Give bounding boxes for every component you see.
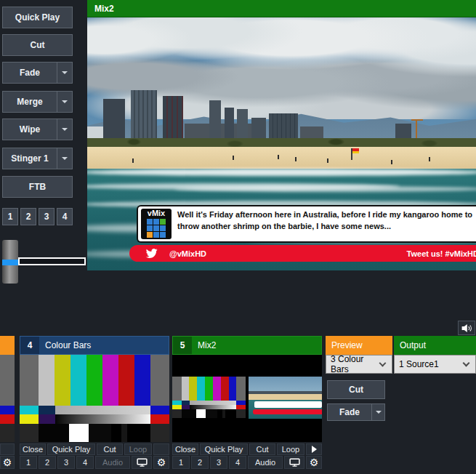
input-5-play-button[interactable] [306,443,322,455]
chevron-down-icon [376,411,382,414]
input-4-fullscreen-button[interactable] [132,456,152,469]
lifeguard-flag [352,148,359,153]
input-5-overlay-3-button[interactable]: 3 [210,456,227,469]
fade-button[interactable]: Fade [2,62,73,84]
input-5-overlay-2-button[interactable]: 2 [191,456,209,469]
mixer-cut-label: Cut [328,385,384,395]
overlay-4-label: 4 [62,212,68,222]
input-5-quick-play-button[interactable]: Quick Play [200,443,248,455]
monitor-icon [137,458,148,467]
input-4-thumbnail[interactable] [20,355,169,442]
ftb-button[interactable]: FTB [2,176,73,198]
vmix-logo-text: vMix [148,209,165,218]
input-4-cut-button[interactable]: Cut [97,443,123,455]
input-5-fullscreen-button[interactable] [284,456,304,469]
chevron-down-icon [62,157,68,160]
master-audio-button[interactable] [458,321,475,335]
cut-label: Cut [3,40,72,50]
wipe-button[interactable]: Wipe [2,118,73,140]
input-4-quick-play-button[interactable]: Quick Play [47,443,95,455]
input-5-number: 5 [173,337,192,354]
input-5-thumbnail[interactable] [172,355,322,442]
preview-source-value: 3 Colour Bars [326,354,380,374]
wipe-dropdown-button[interactable] [57,119,72,140]
fade-dropdown-button[interactable] [57,63,72,83]
input-5-loop-button[interactable]: Loop [277,443,304,455]
preview-source-select[interactable]: 3 Colour Bars [326,355,392,374]
overlay-2-label: 2 [26,212,31,222]
social-message-text: Well it's Friday afternoon here in Austr… [177,209,473,239]
output-source-select[interactable]: 1 Source1 [394,355,476,374]
input-5-settings-button[interactable]: ⚙ [306,456,322,469]
input-5-header[interactable]: 5 Mix2 [172,336,322,355]
input-4-name: Colour Bars [39,340,91,350]
chevron-down-icon [62,128,68,131]
input-4-number: 4 [20,337,39,354]
tbar-handle[interactable] [2,240,18,284]
input-4-overlay-3-button[interactable]: 3 [57,456,75,469]
vmix-logo-grid [147,219,166,238]
fade-label: Fade [3,68,57,78]
stinger-button[interactable]: Stinger 1 [2,148,73,169]
input-4-close-button[interactable]: Close [20,443,46,455]
quick-play-button[interactable]: Quick Play [2,7,73,28]
input-4-loop-button[interactable]: Loop [124,443,152,455]
social-cta: Tweet us! #vMixHD [407,249,476,258]
input-5-name: Mix2 [192,340,216,350]
social-ticker-bar: @vMixHD Tweet us! #vMixHD [129,245,476,262]
social-handle: @vMixHD [169,249,206,258]
input-5-overlay-4-button[interactable]: 4 [229,456,246,469]
input-5-overlay-1-button[interactable]: 1 [172,456,190,469]
input-3-thumbnail-partial[interactable] [0,355,15,442]
overlay-1-label: 1 [8,212,13,222]
output-source-value: 1 Source1 [395,359,439,369]
mixer-cut-button[interactable]: Cut [327,380,385,399]
quick-play-label: Quick Play [3,12,72,23]
input-3-header-partial[interactable] [0,336,15,355]
cut-button[interactable]: Cut [2,34,73,56]
input-4-overlay-1-button[interactable]: 1 [20,456,37,469]
vmix-logo: vMix [141,209,172,239]
chevron-down-icon [463,360,470,367]
stinger-label: Stinger 1 [3,153,57,164]
mixer-fade-label: Fade [328,407,371,417]
overlay-2-button[interactable]: 2 [20,208,36,225]
output-bus-header: Output [394,336,476,355]
tbar-track[interactable] [18,257,86,265]
merge-button[interactable]: Merge [2,91,73,113]
social-message-box: vMix Well it's Friday afternoon here in … [137,205,476,243]
input-4-overlay-2-button[interactable]: 2 [39,456,56,469]
chevron-down-icon [62,100,68,103]
output-bus-label: Output [394,340,426,350]
overlay-3-label: 3 [44,212,49,222]
mixer-fade-dropdown-button[interactable] [371,404,384,420]
overlay-3-button[interactable]: 3 [39,208,55,225]
chevron-down-icon [62,71,68,74]
input-3-settings-button[interactable]: ⚙ [0,456,15,469]
play-icon [312,446,317,453]
input-4-header[interactable]: 4 Colour Bars [20,336,169,355]
input-5-audio-button[interactable]: Audio [248,456,283,469]
input-4-row-filler [153,443,169,455]
monitor-icon [289,458,300,467]
vmix-app: Quick Play Cut Fade Merge Wipe Stinger 1… [0,0,476,474]
mixer-fade-button[interactable]: Fade [327,403,385,421]
input-3-row-partial [0,443,15,455]
preview-title: Mix2 [94,4,114,14]
mix-thumb-beach [249,377,322,419]
input-5-close-button[interactable]: Close [172,443,198,455]
overlay-4-button[interactable]: 4 [57,208,73,225]
speaker-icon [461,324,472,333]
ftb-label: FTB [3,182,72,192]
input-4-overlay-4-button[interactable]: 4 [76,456,94,469]
preview-title-bar: Mix2 [87,0,476,17]
gear-icon: ⚙ [310,457,319,467]
input-4-audio-button[interactable]: Audio [95,456,130,469]
twitter-bird-icon [145,249,158,259]
input-4-settings-button[interactable]: ⚙ [153,456,169,469]
merge-label: Merge [3,97,57,107]
input-5-cut-button[interactable]: Cut [249,443,275,455]
stinger-dropdown-button[interactable] [57,148,72,169]
overlay-1-button[interactable]: 1 [2,208,18,225]
merge-dropdown-button[interactable] [57,92,72,112]
